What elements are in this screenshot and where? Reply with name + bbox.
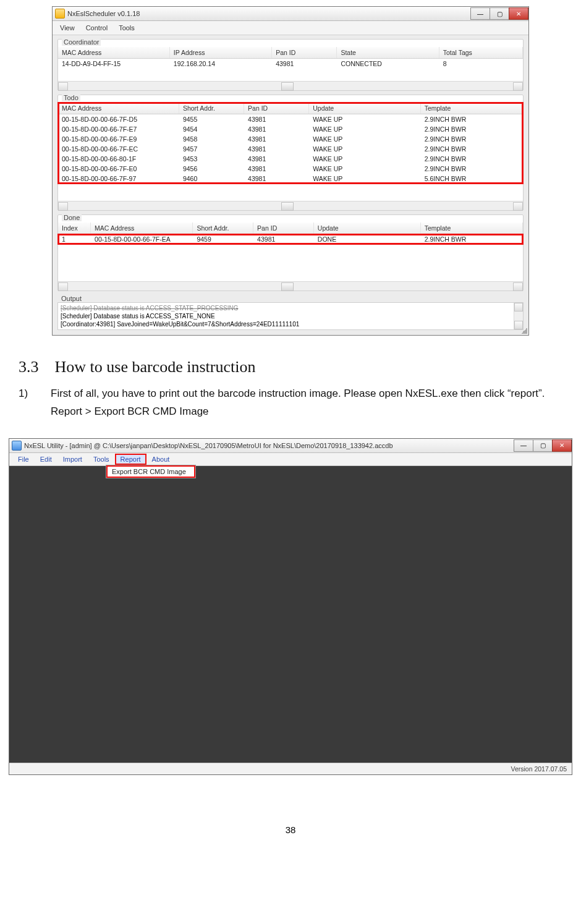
status-bar: Version 2017.07.05 <box>9 763 572 774</box>
col-tpl[interactable]: Template <box>420 103 522 114</box>
col-update[interactable]: Update <box>313 223 420 234</box>
menu-report[interactable]: Report <box>116 454 146 464</box>
close-button[interactable]: ✕ <box>509 7 528 20</box>
menu-about[interactable]: About <box>147 454 175 464</box>
todo-label: Todo <box>62 94 80 101</box>
col-tpl[interactable]: Template <box>420 223 522 234</box>
utility-workspace <box>9 466 572 763</box>
col-short[interactable]: Short Addr. <box>193 223 253 234</box>
menu-view[interactable]: View <box>60 24 75 32</box>
col-update[interactable]: Update <box>309 103 420 114</box>
app-icon <box>12 441 22 451</box>
step-text: First of all, you have to print out the … <box>51 385 562 403</box>
table-row[interactable]: 00-15-8D-00-00-66-7F-E7945443981WAKE UP2… <box>58 124 523 134</box>
output-line: [Scheduler] Database status is ACCESS_ST… <box>61 312 520 320</box>
coordinator-panel: Coordinator MAC Address IP Address Pan I… <box>57 39 524 91</box>
done-table: Index MAC Address Short Addr. Pan ID Upd… <box>58 223 523 244</box>
maximize-button[interactable]: ▢ <box>490 7 509 20</box>
col-panid[interactable]: Pan ID <box>244 103 309 114</box>
menu-tools[interactable]: Tools <box>119 24 135 32</box>
todo-highlight: MAC Address Short Addr. Pan ID Update Te… <box>58 103 523 184</box>
heading-text: How to use barcode instruction <box>55 358 256 376</box>
col-panid[interactable]: Pan ID <box>253 223 314 234</box>
col-index[interactable]: Index <box>58 223 91 234</box>
todo-table: MAC Address Short Addr. Pan ID Update Te… <box>58 103 523 184</box>
section-heading: 3.3How to use barcode instruction <box>19 358 562 376</box>
menu-file[interactable]: File <box>13 454 34 464</box>
col-mac[interactable]: MAC Address <box>58 103 179 114</box>
hscrollbar[interactable] <box>58 201 523 210</box>
col-state[interactable]: State <box>337 47 439 59</box>
done-row-highlight[interactable]: 1 00-15-8D-00-00-66-7F-EA 9459 43981 DON… <box>58 234 523 245</box>
menubar: View Control Tools <box>53 21 528 35</box>
output-line: [Coordinator:43981] SaveJoined=WakeUpBit… <box>61 320 520 328</box>
table-row[interactable]: 00-15-8D-00-00-66-7F-E9945843981WAKE UP2… <box>58 134 523 144</box>
done-label: Done <box>62 214 82 221</box>
resize-grip-icon[interactable] <box>521 328 527 334</box>
menu-tools[interactable]: Tools <box>88 454 114 464</box>
report-dropdown: Export BCR CMD Image <box>106 465 196 478</box>
table-row[interactable]: 14-DD-A9-D4-FF-15 192.168.20.14 43981 CO… <box>58 59 523 69</box>
vscrollbar[interactable] <box>514 303 523 329</box>
coordinator-label: Coordinator <box>62 38 101 46</box>
menu-edit[interactable]: Edit <box>35 454 57 464</box>
version-text: Version 2017.07.05 <box>511 765 567 773</box>
col-ip[interactable]: IP Address <box>169 47 271 59</box>
maximize-button[interactable]: ▢ <box>533 439 553 452</box>
menubar: File Edit Import Tools Report About <box>9 453 572 466</box>
table-row[interactable]: 00-15-8D-00-00-66-7F-D5945543981WAKE UP2… <box>58 114 523 125</box>
app-icon <box>55 9 65 19</box>
window-title: NxEslScheduler v0.1.18 <box>67 10 140 17</box>
menu-control[interactable]: Control <box>86 24 108 32</box>
col-short[interactable]: Short Addr. <box>179 103 244 114</box>
minimize-button[interactable]: — <box>514 439 533 452</box>
todo-panel: Todo MAC Address Short Addr. Pan ID Upda… <box>57 95 524 211</box>
col-tags[interactable]: Total Tags <box>439 47 522 59</box>
table-row[interactable]: 00-15-8D-00-00-66-7F-97946043981WAKE UP5… <box>58 174 523 184</box>
window-title: NxESL Utility - [admin] @ C:\Users\janpa… <box>24 442 393 449</box>
step-item: 1) First of all, you have to print out t… <box>19 385 562 421</box>
col-mac[interactable]: MAC Address <box>58 47 169 59</box>
titlebar[interactable]: NxEslScheduler v0.1.18 — ▢ ✕ <box>53 7 528 21</box>
minimize-button[interactable]: — <box>470 7 490 20</box>
step-number: 1) <box>19 385 51 421</box>
coordinator-table: MAC Address IP Address Pan ID State Tota… <box>58 47 523 69</box>
table-row[interactable]: 00-15-8D-00-00-66-80-1F945343981WAKE UP2… <box>58 154 523 164</box>
table-row[interactable]: 00-15-8D-00-00-66-7F-E0945643981WAKE UP2… <box>58 164 523 174</box>
output-label: Output <box>57 295 524 302</box>
heading-number: 3.3 <box>19 358 39 376</box>
output-panel: Output [Scheduler] Database status is AC… <box>57 295 524 330</box>
hscrollbar[interactable] <box>58 81 523 90</box>
col-mac[interactable]: MAC Address <box>91 223 193 234</box>
output-box: [Scheduler] Database status is ACCESS_ST… <box>57 302 524 330</box>
menu-import[interactable]: Import <box>58 454 87 464</box>
step-path: Report > Export BCR CMD Image <box>51 403 562 421</box>
dropdown-export-bcr[interactable]: Export BCR CMD Image <box>107 466 195 477</box>
done-panel: Done Index MAC Address Short Addr. Pan I… <box>57 214 524 291</box>
document-body: 3.3How to use barcode instruction 1) Fir… <box>0 336 581 430</box>
titlebar[interactable]: NxESL Utility - [admin] @ C:\Users\janpa… <box>9 439 572 453</box>
scheduler-window: NxEslScheduler v0.1.18 — ▢ ✕ View Contro… <box>52 6 529 336</box>
output-line: [Scheduler] Database status is ACCESS_ST… <box>61 304 520 312</box>
page-number: 38 <box>0 824 581 847</box>
hscrollbar[interactable] <box>58 281 523 290</box>
col-panid[interactable]: Pan ID <box>272 47 337 59</box>
table-row[interactable]: 00-15-8D-00-00-66-7F-EC945743981WAKE UP2… <box>58 144 523 154</box>
close-button[interactable]: ✕ <box>552 439 572 452</box>
utility-window: NxESL Utility - [admin] @ C:\Users\janpa… <box>9 438 572 775</box>
